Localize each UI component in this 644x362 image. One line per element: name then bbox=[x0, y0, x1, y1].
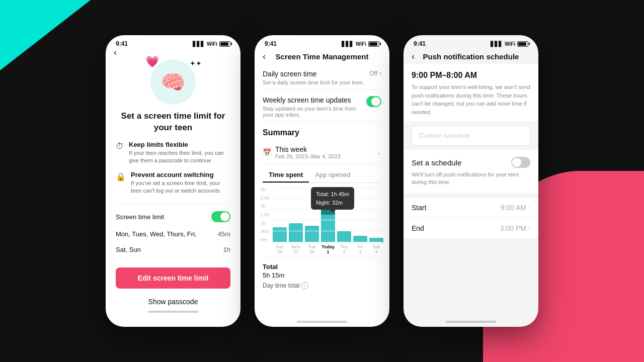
bar-sun bbox=[273, 227, 287, 242]
daily-chevron: › bbox=[379, 70, 381, 77]
info-icon[interactable]: i bbox=[301, 282, 308, 289]
status-icons-2: ▋▋▋ WiFi bbox=[342, 41, 379, 47]
phones-container: 9:41 ▋▋▋ WiFi ‹ 💗 🧠 ✦✦ Set a screen time… bbox=[106, 35, 538, 327]
screen-time-label: Screen time limit bbox=[116, 213, 164, 221]
bar-mon bbox=[289, 223, 303, 242]
chart-tooltip: Total: 1h 45m Night: 32m bbox=[311, 187, 354, 210]
x-axis: Sun26 Mon27 Tue28 Today1 Thu2 Fri3 Sat4 bbox=[261, 244, 383, 254]
clock-icon: ⏱ bbox=[116, 142, 124, 151]
schedule-desc: We'll turn off push notifications for yo… bbox=[412, 171, 530, 187]
x-sat: Sat4 bbox=[369, 244, 383, 254]
edit-screen-time-button[interactable]: Edit screen time limit bbox=[116, 267, 230, 289]
status-time-3: 9:41 bbox=[414, 40, 426, 47]
status-icons-1: ▋▋▋ WiFi bbox=[193, 41, 230, 47]
back-btn-1[interactable]: ‹ bbox=[114, 47, 117, 58]
back-btn-2[interactable]: ‹ bbox=[263, 51, 266, 62]
phone1-content: 💗 🧠 ✦✦ Set a screen time limit for your … bbox=[106, 55, 240, 262]
battery-icon-2 bbox=[368, 41, 379, 47]
summary-title: Summary bbox=[263, 122, 381, 141]
week-row[interactable]: 📅 This week Feb 26, 2023–Mar 4, 2023 ⌄ bbox=[263, 141, 381, 164]
end-value: 3:00 PM bbox=[500, 224, 526, 232]
week-dates: Feb 26, 2023–Mar 4, 2023 bbox=[275, 153, 341, 159]
end-time-row[interactable]: End 3:00 PM › bbox=[404, 218, 538, 239]
x-thu: Thu2 bbox=[337, 244, 351, 254]
weekly-toggle[interactable] bbox=[366, 96, 381, 107]
notif-time-range: 9:00 PM–8:00 AM bbox=[412, 71, 530, 80]
back-btn-3[interactable]: ‹ bbox=[412, 51, 415, 62]
battery-icon-1 bbox=[219, 41, 230, 47]
battery-icon-3 bbox=[517, 41, 528, 47]
weekend-row: Sat, Sun 1h bbox=[116, 242, 230, 257]
signal-icon-2: ▋▋▋ bbox=[342, 41, 354, 47]
brain-illustration: 💗 🧠 ✦✦ bbox=[150, 59, 196, 105]
x-sun: Sun26 bbox=[273, 244, 287, 254]
schedule-toggle[interactable] bbox=[511, 157, 530, 168]
phone-2: 9:41 ▋▋▋ WiFi ‹ Screen Time Management D… bbox=[255, 35, 389, 327]
status-time-2: 9:41 bbox=[265, 40, 277, 47]
nav-bar-2: ‹ Screen Time Management bbox=[255, 49, 389, 64]
feature-keep-limits: ⏱ Keep limits flexible If your teen reac… bbox=[116, 141, 230, 165]
illustration-heart: 💗 bbox=[145, 55, 159, 68]
bar-thu bbox=[337, 231, 351, 242]
home-indicator-1 bbox=[148, 311, 198, 313]
status-time-1: 9:41 bbox=[116, 40, 128, 47]
notif-time-desc: To support your teen's well-being, we wo… bbox=[412, 83, 530, 116]
tab-app-opened[interactable]: App opened bbox=[309, 168, 356, 183]
total-section: Total 5h 15m Day time total i bbox=[263, 257, 381, 294]
end-value-area: 3:00 PM › bbox=[500, 224, 530, 232]
screen-time-toggle[interactable] bbox=[211, 211, 230, 222]
daily-label: Daily screen time bbox=[263, 70, 364, 78]
phone2-content: Daily screen time Set a daily screen tim… bbox=[255, 64, 389, 321]
tooltip-arrow bbox=[330, 210, 336, 213]
daily-desc: Set a daily screen time limit for your t… bbox=[263, 79, 364, 85]
start-chevron: › bbox=[528, 204, 530, 211]
phone1-heading: Set a screen time limit for your teen bbox=[116, 111, 230, 134]
bar-tue bbox=[305, 226, 319, 242]
tabs-row: Time spent App opened bbox=[263, 168, 381, 183]
schedule-block: Set a schedule We'll turn off push notif… bbox=[404, 150, 538, 194]
show-passcode-button[interactable]: Show passcode bbox=[116, 293, 230, 311]
weekend-label: Sat, Sun bbox=[116, 246, 141, 253]
weekend-value: 1h bbox=[223, 246, 230, 253]
custom-schedule-input[interactable]: Custom schedule bbox=[412, 125, 530, 146]
nav-bar-3: ‹ Push notification schedule bbox=[404, 49, 538, 64]
daytime-label: Day time total i bbox=[263, 282, 381, 289]
phone3-title: Push notification schedule bbox=[423, 52, 519, 61]
daily-value: Off bbox=[369, 70, 377, 77]
weekly-desc: Stay updated on your teen's time from yo… bbox=[263, 106, 366, 118]
lock-icon: 🔒 bbox=[116, 172, 126, 182]
feature-prevent-switching: 🔒 Prevent account switching If you've se… bbox=[116, 171, 230, 195]
screen-time-toggle-row: Screen time limit bbox=[116, 207, 230, 226]
status-bar-1: 9:41 ▋▋▋ WiFi bbox=[106, 35, 240, 49]
weekday-label: Mon, Tues, Wed, Thurs, Fri, bbox=[116, 230, 197, 238]
start-value-area: 9:00 AM › bbox=[501, 204, 530, 212]
total-value: 5h 15m bbox=[263, 272, 381, 279]
illustration-stars: ✦✦ bbox=[190, 59, 202, 67]
status-bar-2: 9:41 ▋▋▋ WiFi bbox=[255, 35, 389, 49]
phone-1: 9:41 ▋▋▋ WiFi ‹ 💗 🧠 ✦✦ Set a screen time… bbox=[106, 35, 240, 327]
bg-teal-decoration bbox=[0, 0, 91, 70]
feature2-title: Prevent account switching bbox=[131, 171, 230, 178]
wifi-icon-2: WiFi bbox=[356, 41, 366, 47]
calendar-icon: 📅 bbox=[263, 148, 271, 156]
start-value: 9:00 AM bbox=[501, 204, 526, 212]
home-indicator-3 bbox=[446, 321, 496, 323]
end-chevron: › bbox=[528, 225, 530, 232]
feature1-desc: If your teen reaches their limit, you ca… bbox=[129, 149, 230, 165]
phone-3: 9:41 ▋▋▋ WiFi ‹ Push notification schedu… bbox=[404, 35, 538, 327]
start-time-row[interactable]: Start 9:00 AM › bbox=[404, 198, 538, 218]
tab-time-spent[interactable]: Time spent bbox=[263, 168, 309, 183]
tooltip-night: Night: 32m bbox=[316, 199, 349, 207]
divider-1 bbox=[116, 204, 230, 204]
feature1-title: Keep limits flexible bbox=[129, 141, 230, 148]
feature2-desc: If you've set a screen time limit, your … bbox=[131, 179, 230, 195]
phone2-title: Screen Time Management bbox=[276, 52, 369, 61]
y-axis: 3h 2.5h 2h 1.5h 1h 30m 0m bbox=[261, 187, 270, 242]
daily-screen-time-row[interactable]: Daily screen time Set a daily screen tim… bbox=[263, 64, 381, 90]
x-fri: Fri3 bbox=[353, 244, 367, 254]
daily-value-area: Off › bbox=[369, 70, 381, 77]
week-label: This week bbox=[275, 145, 341, 153]
start-label: Start bbox=[412, 204, 427, 212]
signal-icon-1: ▋▋▋ bbox=[193, 41, 205, 47]
weekday-row: Mon, Tues, Wed, Thurs, Fri, 45m bbox=[116, 226, 230, 242]
